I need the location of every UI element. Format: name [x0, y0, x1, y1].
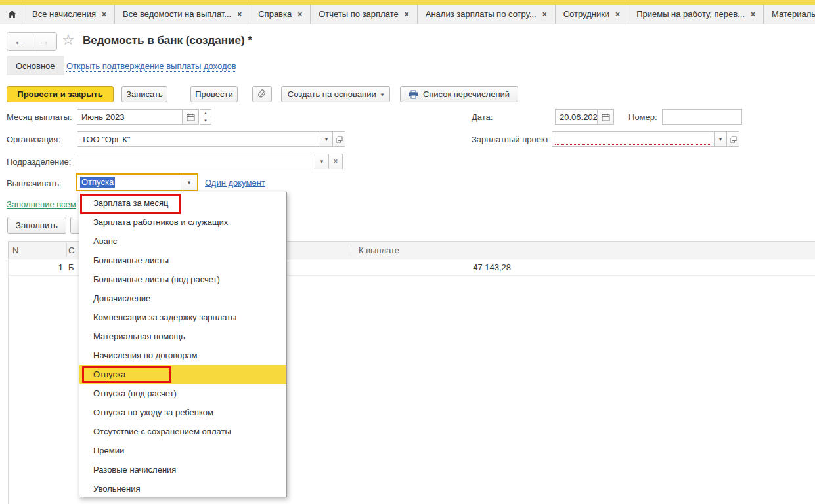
open-form-icon: [336, 136, 343, 143]
dropdown-item[interactable]: Зарплата работников и служащих: [79, 213, 286, 232]
dropdown-item-label: Увольнения: [93, 484, 140, 494]
dropdown-item[interactable]: Отпуска (под расчет): [79, 384, 286, 403]
organization-input[interactable]: ТОО "Орг-К": [77, 131, 320, 147]
organization-open-button[interactable]: [332, 131, 345, 147]
column-header-n[interactable]: N: [12, 242, 18, 259]
chevron-down-icon: ▾: [325, 136, 328, 142]
confirm-payment-link[interactable]: Открыть подтверждение выплаты доходов: [66, 61, 236, 72]
tab-close-icon[interactable]: ×: [405, 10, 409, 18]
post-button[interactable]: Провести: [190, 86, 238, 102]
dropdown-item[interactable]: Доначисление: [79, 289, 286, 308]
dropdown-item-label: Зарплата работников и служащих: [93, 217, 228, 227]
transfer-list-label: Список перечислений: [423, 89, 510, 99]
window-tab[interactable]: Анализ зарплаты по сотру... ×: [418, 5, 556, 24]
selected-text: Отпуска: [80, 177, 115, 188]
attachments-button[interactable]: [252, 86, 272, 102]
window-tab[interactable]: Сотрудники ×: [556, 5, 628, 24]
month-stepper[interactable]: ▲ ▼: [200, 109, 211, 125]
window-tab[interactable]: Материальная...0: [764, 5, 815, 24]
dropdown-item[interactable]: Зарплата за месяц: [79, 194, 286, 213]
post-and-close-button[interactable]: Провести и закрыть: [7, 86, 114, 102]
window-tab[interactable]: Справка ×: [250, 5, 311, 24]
window-tab[interactable]: Приемы на работу, перев... ×: [628, 5, 764, 24]
tab-close-icon[interactable]: ×: [297, 10, 302, 18]
salary-project-dropdown-button[interactable]: ▾: [714, 131, 727, 147]
month-calendar-button[interactable]: [182, 109, 199, 125]
window-tab[interactable]: Все ведомости на выплат... ×: [115, 5, 250, 24]
dropdown-item[interactable]: Увольнения: [79, 479, 286, 498]
pay-type-dropdown-button[interactable]: ▾: [181, 175, 197, 190]
tab-close-icon[interactable]: ×: [102, 10, 106, 18]
dropdown-item[interactable]: Разовые начисления: [79, 460, 286, 479]
step-down-icon[interactable]: ▼: [200, 117, 211, 125]
dropdown-item[interactable]: Больничные листы (под расчет): [79, 270, 286, 289]
date-input[interactable]: 20.06.2023: [555, 109, 598, 125]
organization-dropdown-button[interactable]: ▾: [320, 131, 333, 147]
step-up-icon[interactable]: ▲: [200, 110, 211, 117]
chevron-down-icon: ▾: [188, 179, 191, 186]
dropdown-item[interactable]: Премии: [79, 441, 286, 460]
window-tab-label: Приемы на работу, перев...: [636, 9, 745, 19]
salary-project-input[interactable]: [552, 131, 715, 147]
dropdown-item[interactable]: Больничные листы: [79, 251, 286, 270]
department-input[interactable]: [77, 154, 315, 169]
department-label: Подразделение:: [7, 157, 71, 167]
dropdown-item[interactable]: Компенсации за задержку зарплаты: [79, 308, 286, 327]
column-header-employee[interactable]: С: [68, 242, 74, 259]
one-document-link[interactable]: Один документ: [205, 178, 265, 188]
chevron-down-icon: ▾: [381, 91, 384, 98]
window-tab-label: Все ведомости на выплат...: [123, 9, 231, 19]
tab-close-icon[interactable]: ×: [615, 10, 620, 18]
open-form-icon: [730, 136, 737, 143]
dropdown-item[interactable]: Материальная помощь: [79, 327, 286, 346]
window-tab[interactable]: Отчеты по зарплате ×: [311, 5, 417, 24]
window-tab-label: Сотрудники: [563, 9, 609, 19]
fill-all-link[interactable]: Заполнение всем: [7, 200, 79, 209]
window-tab-label: Все начисления: [32, 9, 96, 19]
tab-close-icon[interactable]: ×: [751, 10, 755, 18]
open-windows-tabbar: Все начисления × Все ведомости на выплат…: [0, 5, 815, 24]
column-header-amount[interactable]: К выплате: [359, 242, 399, 259]
save-button[interactable]: Записать: [121, 86, 167, 102]
dropdown-item-label: Материальная помощь: [93, 331, 185, 341]
create-based-on-label: Создать на основании: [288, 89, 376, 99]
printer-icon: [408, 90, 418, 99]
dropdown-item-label: Зарплата за месяц: [93, 198, 169, 208]
pay-type-label: Выплачивать:: [7, 178, 62, 188]
department-dropdown-button[interactable]: ▾: [315, 154, 329, 169]
month-input[interactable]: Июнь 2023: [77, 109, 183, 125]
transfer-list-button[interactable]: Список перечислений: [400, 86, 518, 102]
home-tab[interactable]: [0, 5, 24, 24]
date-calendar-button[interactable]: [597, 109, 614, 125]
dropdown-item[interactable]: Начисления по договорам: [79, 346, 286, 365]
date-label: Дата:: [472, 112, 493, 122]
dropdown-item[interactable]: Отпуска: [79, 365, 286, 384]
fill-button[interactable]: Заполнить: [7, 217, 66, 234]
tab-close-icon[interactable]: ×: [237, 10, 242, 18]
tab-main[interactable]: Основное: [7, 56, 64, 75]
app-window: Все начисления × Все ведомости на выплат…: [0, 0, 815, 504]
salary-project-open-button[interactable]: [726, 131, 739, 147]
required-field-underline: [555, 144, 711, 145]
create-based-on-button[interactable]: Создать на основании ▾: [281, 86, 390, 102]
favorite-star-icon[interactable]: ☆: [62, 32, 75, 49]
forward-button[interactable]: →: [32, 33, 56, 50]
window-tab[interactable]: Все начисления ×: [24, 5, 115, 24]
dropdown-item-label: Компенсации за задержку зарплаты: [93, 312, 236, 322]
dropdown-item[interactable]: Аванс: [79, 232, 286, 251]
cell-row-number: 1: [9, 259, 63, 275]
chevron-down-icon: ▾: [320, 158, 324, 165]
history-nav: ← →: [7, 32, 57, 51]
pay-type-combobox[interactable]: Отпуска ▾: [76, 173, 198, 191]
salary-project-label: Зарплатный проект:: [472, 135, 551, 144]
dropdown-item-label: Разовые начисления: [93, 465, 176, 474]
number-input[interactable]: [662, 109, 742, 125]
dropdown-item[interactable]: Отсутствие с сохранением оплаты: [79, 422, 286, 441]
dropdown-item[interactable]: Отпуска по уходу за ребенком: [79, 403, 286, 422]
tab-close-icon[interactable]: ×: [542, 10, 547, 18]
window-accent-stripe: [0, 0, 815, 5]
dropdown-item-label: Отпуска (под расчет): [93, 388, 177, 398]
dropdown-item-label: Больничные листы: [93, 255, 169, 265]
department-clear-button[interactable]: ×: [328, 154, 343, 169]
back-button[interactable]: ←: [7, 33, 32, 50]
